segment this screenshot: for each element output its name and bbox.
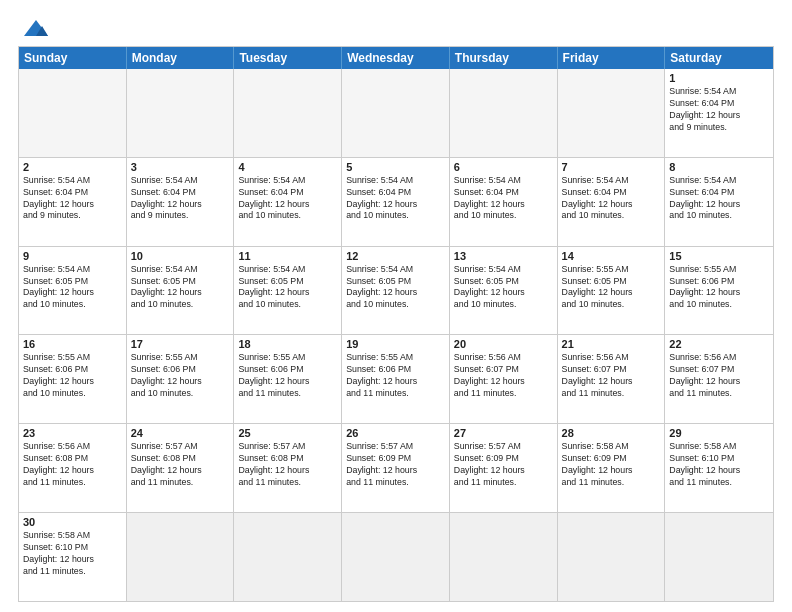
calendar-row-1: 2Sunrise: 5:54 AMSunset: 6:04 PMDaylight… (19, 157, 773, 246)
sun-info: Sunrise: 5:56 AMSunset: 6:07 PMDaylight:… (454, 352, 553, 400)
header-day-saturday: Saturday (665, 47, 773, 69)
calendar-row-2: 9Sunrise: 5:54 AMSunset: 6:05 PMDaylight… (19, 246, 773, 335)
cal-cell-1-0: 2Sunrise: 5:54 AMSunset: 6:04 PMDaylight… (19, 158, 127, 246)
sun-info: Sunrise: 5:57 AMSunset: 6:09 PMDaylight:… (346, 441, 445, 489)
cal-cell-4-1: 24Sunrise: 5:57 AMSunset: 6:08 PMDayligh… (127, 424, 235, 512)
sun-info: Sunrise: 5:54 AMSunset: 6:04 PMDaylight:… (23, 175, 122, 223)
header-day-friday: Friday (558, 47, 666, 69)
cal-cell-1-6: 8Sunrise: 5:54 AMSunset: 6:04 PMDaylight… (665, 158, 773, 246)
day-number: 30 (23, 516, 122, 528)
cal-cell-3-6: 22Sunrise: 5:56 AMSunset: 6:07 PMDayligh… (665, 335, 773, 423)
day-number: 22 (669, 338, 769, 350)
day-number: 1 (669, 72, 769, 84)
logo (18, 18, 50, 40)
sun-info: Sunrise: 5:54 AMSunset: 6:05 PMDaylight:… (23, 264, 122, 312)
header-day-monday: Monday (127, 47, 235, 69)
cal-cell-3-2: 18Sunrise: 5:55 AMSunset: 6:06 PMDayligh… (234, 335, 342, 423)
cal-cell-0-2 (234, 69, 342, 157)
calendar-header: SundayMondayTuesdayWednesdayThursdayFrid… (19, 47, 773, 69)
day-number: 26 (346, 427, 445, 439)
sun-info: Sunrise: 5:55 AMSunset: 6:06 PMDaylight:… (238, 352, 337, 400)
sun-info: Sunrise: 5:55 AMSunset: 6:06 PMDaylight:… (131, 352, 230, 400)
day-number: 3 (131, 161, 230, 173)
cal-cell-4-0: 23Sunrise: 5:56 AMSunset: 6:08 PMDayligh… (19, 424, 127, 512)
day-number: 19 (346, 338, 445, 350)
day-number: 25 (238, 427, 337, 439)
cal-cell-0-6: 1Sunrise: 5:54 AMSunset: 6:04 PMDaylight… (665, 69, 773, 157)
cal-cell-5-4 (450, 513, 558, 601)
header-day-wednesday: Wednesday (342, 47, 450, 69)
cal-cell-5-1 (127, 513, 235, 601)
calendar-row-0: 1Sunrise: 5:54 AMSunset: 6:04 PMDaylight… (19, 69, 773, 157)
cal-cell-3-3: 19Sunrise: 5:55 AMSunset: 6:06 PMDayligh… (342, 335, 450, 423)
day-number: 21 (562, 338, 661, 350)
cal-cell-2-5: 14Sunrise: 5:55 AMSunset: 6:05 PMDayligh… (558, 247, 666, 335)
sun-info: Sunrise: 5:57 AMSunset: 6:09 PMDaylight:… (454, 441, 553, 489)
cal-cell-2-3: 12Sunrise: 5:54 AMSunset: 6:05 PMDayligh… (342, 247, 450, 335)
cal-cell-0-0 (19, 69, 127, 157)
cal-cell-2-6: 15Sunrise: 5:55 AMSunset: 6:06 PMDayligh… (665, 247, 773, 335)
cal-cell-2-0: 9Sunrise: 5:54 AMSunset: 6:05 PMDaylight… (19, 247, 127, 335)
day-number: 7 (562, 161, 661, 173)
sun-info: Sunrise: 5:54 AMSunset: 6:05 PMDaylight:… (454, 264, 553, 312)
calendar: SundayMondayTuesdayWednesdayThursdayFrid… (18, 46, 774, 602)
sun-info: Sunrise: 5:54 AMSunset: 6:05 PMDaylight:… (131, 264, 230, 312)
calendar-row-4: 23Sunrise: 5:56 AMSunset: 6:08 PMDayligh… (19, 423, 773, 512)
sun-info: Sunrise: 5:56 AMSunset: 6:07 PMDaylight:… (669, 352, 769, 400)
cal-cell-5-2 (234, 513, 342, 601)
day-number: 11 (238, 250, 337, 262)
day-number: 10 (131, 250, 230, 262)
day-number: 24 (131, 427, 230, 439)
sun-info: Sunrise: 5:56 AMSunset: 6:08 PMDaylight:… (23, 441, 122, 489)
sun-info: Sunrise: 5:54 AMSunset: 6:04 PMDaylight:… (669, 175, 769, 223)
sun-info: Sunrise: 5:57 AMSunset: 6:08 PMDaylight:… (131, 441, 230, 489)
cal-cell-0-4 (450, 69, 558, 157)
sun-info: Sunrise: 5:54 AMSunset: 6:04 PMDaylight:… (562, 175, 661, 223)
cal-cell-4-2: 25Sunrise: 5:57 AMSunset: 6:08 PMDayligh… (234, 424, 342, 512)
cal-cell-4-5: 28Sunrise: 5:58 AMSunset: 6:09 PMDayligh… (558, 424, 666, 512)
day-number: 23 (23, 427, 122, 439)
day-number: 4 (238, 161, 337, 173)
day-number: 6 (454, 161, 553, 173)
cal-cell-3-5: 21Sunrise: 5:56 AMSunset: 6:07 PMDayligh… (558, 335, 666, 423)
cal-cell-3-4: 20Sunrise: 5:56 AMSunset: 6:07 PMDayligh… (450, 335, 558, 423)
cal-cell-1-1: 3Sunrise: 5:54 AMSunset: 6:04 PMDaylight… (127, 158, 235, 246)
sun-info: Sunrise: 5:58 AMSunset: 6:10 PMDaylight:… (669, 441, 769, 489)
day-number: 17 (131, 338, 230, 350)
logo-icon (22, 18, 50, 40)
sun-info: Sunrise: 5:58 AMSunset: 6:10 PMDaylight:… (23, 530, 122, 578)
header-day-thursday: Thursday (450, 47, 558, 69)
sun-info: Sunrise: 5:55 AMSunset: 6:06 PMDaylight:… (23, 352, 122, 400)
calendar-body: 1Sunrise: 5:54 AMSunset: 6:04 PMDaylight… (19, 69, 773, 601)
sun-info: Sunrise: 5:54 AMSunset: 6:04 PMDaylight:… (238, 175, 337, 223)
header-day-tuesday: Tuesday (234, 47, 342, 69)
cal-cell-2-4: 13Sunrise: 5:54 AMSunset: 6:05 PMDayligh… (450, 247, 558, 335)
sun-info: Sunrise: 5:55 AMSunset: 6:06 PMDaylight:… (669, 264, 769, 312)
sun-info: Sunrise: 5:54 AMSunset: 6:05 PMDaylight:… (238, 264, 337, 312)
page: SundayMondayTuesdayWednesdayThursdayFrid… (0, 0, 792, 612)
day-number: 16 (23, 338, 122, 350)
day-number: 5 (346, 161, 445, 173)
cal-cell-1-2: 4Sunrise: 5:54 AMSunset: 6:04 PMDaylight… (234, 158, 342, 246)
cal-cell-2-1: 10Sunrise: 5:54 AMSunset: 6:05 PMDayligh… (127, 247, 235, 335)
sun-info: Sunrise: 5:58 AMSunset: 6:09 PMDaylight:… (562, 441, 661, 489)
day-number: 9 (23, 250, 122, 262)
day-number: 15 (669, 250, 769, 262)
day-number: 28 (562, 427, 661, 439)
cal-cell-0-1 (127, 69, 235, 157)
cal-cell-4-3: 26Sunrise: 5:57 AMSunset: 6:09 PMDayligh… (342, 424, 450, 512)
calendar-row-3: 16Sunrise: 5:55 AMSunset: 6:06 PMDayligh… (19, 334, 773, 423)
day-number: 2 (23, 161, 122, 173)
cal-cell-2-2: 11Sunrise: 5:54 AMSunset: 6:05 PMDayligh… (234, 247, 342, 335)
cal-cell-1-5: 7Sunrise: 5:54 AMSunset: 6:04 PMDaylight… (558, 158, 666, 246)
header-day-sunday: Sunday (19, 47, 127, 69)
cal-cell-5-5 (558, 513, 666, 601)
day-number: 20 (454, 338, 553, 350)
cal-cell-3-1: 17Sunrise: 5:55 AMSunset: 6:06 PMDayligh… (127, 335, 235, 423)
cal-cell-5-3 (342, 513, 450, 601)
cal-cell-1-3: 5Sunrise: 5:54 AMSunset: 6:04 PMDaylight… (342, 158, 450, 246)
day-number: 29 (669, 427, 769, 439)
sun-info: Sunrise: 5:54 AMSunset: 6:04 PMDaylight:… (454, 175, 553, 223)
cal-cell-5-6 (665, 513, 773, 601)
cal-cell-4-4: 27Sunrise: 5:57 AMSunset: 6:09 PMDayligh… (450, 424, 558, 512)
